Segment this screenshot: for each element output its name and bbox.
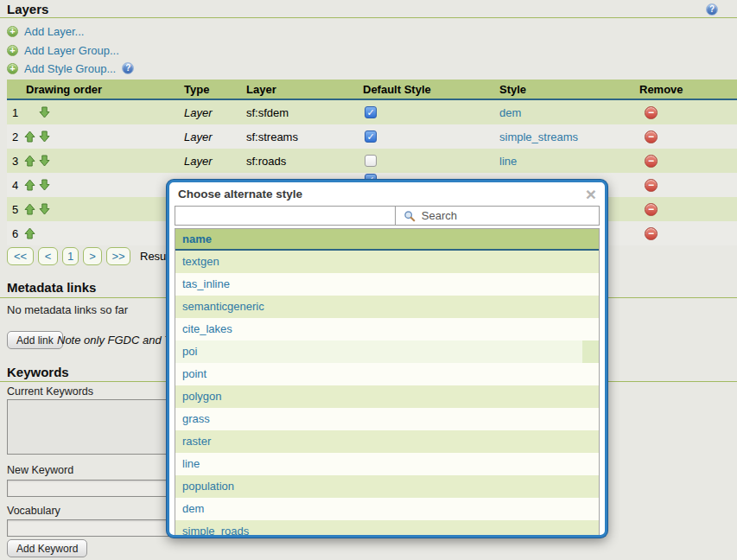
- style-option[interactable]: poi: [175, 340, 599, 363]
- style-option[interactable]: simple_roads: [175, 520, 599, 538]
- add-link-button[interactable]: Add link: [7, 331, 63, 349]
- dialog-title: Choose alternate style: [178, 188, 302, 200]
- add-layer-link[interactable]: Add Layer...: [24, 25, 84, 38]
- style-option[interactable]: line: [175, 453, 599, 475]
- style-option[interactable]: population: [175, 475, 599, 498]
- style-option[interactable]: textgen: [175, 251, 599, 273]
- row-layer: sf:streams: [239, 130, 356, 143]
- col-drawing-order: Drawing order: [7, 83, 177, 96]
- table-row: 1 Layer sf:sfdem ✓ dem −: [7, 100, 737, 124]
- last-page-button[interactable]: >>: [106, 247, 130, 265]
- style-filter-input[interactable]: [175, 207, 396, 225]
- move-down-icon[interactable]: [37, 130, 52, 143]
- close-icon[interactable]: ×: [586, 185, 596, 203]
- remove-icon[interactable]: −: [645, 106, 658, 119]
- col-type: Type: [177, 83, 239, 96]
- default-style-checkbox[interactable]: [365, 155, 377, 167]
- keywords-title: Keywords: [7, 365, 69, 379]
- prev-page-button[interactable]: <: [38, 247, 58, 265]
- plus-icon: +: [7, 26, 18, 37]
- col-remove: Remove: [632, 83, 737, 96]
- style-option[interactable]: polygon: [175, 385, 599, 408]
- row-order: 1: [12, 106, 22, 119]
- remove-icon[interactable]: −: [645, 179, 658, 192]
- layers-table-header: Drawing order Type Layer Default Style S…: [7, 80, 737, 100]
- row-type: Layer: [177, 106, 239, 119]
- move-down-icon[interactable]: [37, 155, 52, 167]
- move-up-icon[interactable]: [22, 227, 37, 239]
- table-row: 2 Layer sf:streams ✓ simple_streams −: [7, 124, 737, 149]
- next-page-button[interactable]: >: [83, 247, 102, 265]
- scrollbar-thumb[interactable]: [582, 340, 599, 363]
- row-type: Layer: [177, 130, 239, 143]
- pagination: << < 1 > >> Results: [7, 247, 177, 265]
- style-list-header: name: [175, 229, 599, 251]
- default-style-checkbox[interactable]: ✓: [365, 130, 377, 143]
- remove-icon[interactable]: −: [645, 203, 658, 216]
- remove-icon[interactable]: −: [645, 155, 658, 168]
- row-order: 2: [12, 130, 22, 143]
- plus-icon: +: [7, 63, 18, 74]
- metadata-note: Note only FGDC and TC: [57, 334, 180, 347]
- default-style-checkbox[interactable]: ✓: [365, 106, 377, 118]
- new-keyword-label: New Keyword: [7, 464, 73, 476]
- add-layer-row: + Add Layer...: [7, 23, 84, 39]
- style-option[interactable]: grass: [175, 408, 599, 430]
- add-style-group-row: + Add Style Group... ?: [7, 60, 134, 76]
- row-layer: sf:sfdem: [239, 106, 356, 119]
- col-layer: Layer: [239, 83, 356, 96]
- row-layer: sf:roads: [239, 155, 356, 168]
- move-up-icon[interactable]: [22, 203, 37, 215]
- current-keywords-label: Current Keywords: [7, 385, 93, 398]
- table-row: 3 Layer sf:roads line −: [7, 149, 737, 173]
- add-layer-group-link[interactable]: Add Layer Group...: [24, 44, 119, 57]
- move-down-icon[interactable]: [37, 203, 52, 215]
- move-up-icon[interactable]: [22, 130, 37, 143]
- style-option[interactable]: dem: [175, 498, 599, 520]
- page-number-button[interactable]: 1: [62, 247, 79, 265]
- col-style: Style: [492, 83, 632, 96]
- help-icon[interactable]: ?: [122, 62, 134, 74]
- move-up-icon[interactable]: [22, 179, 37, 191]
- style-option[interactable]: raster: [175, 430, 599, 453]
- add-style-group-link[interactable]: Add Style Group...: [24, 62, 116, 75]
- row-type: Layer: [177, 155, 239, 168]
- add-keyword-button[interactable]: Add Keyword: [7, 539, 87, 557]
- choose-alternate-style-dialog: Choose alternate style × Search name tex…: [167, 180, 607, 538]
- help-icon[interactable]: ?: [706, 3, 718, 16]
- style-option[interactable]: semanticgeneric: [175, 296, 599, 318]
- remove-icon[interactable]: −: [645, 130, 658, 143]
- header-divider: [0, 17, 737, 18]
- vocabulary-label: Vocabulary: [7, 505, 60, 517]
- style-search-bar: Search: [175, 206, 600, 226]
- style-option[interactable]: cite_lakes: [175, 318, 599, 340]
- row-order: 6: [12, 227, 22, 240]
- move-down-icon[interactable]: [37, 106, 52, 118]
- plus-icon: +: [7, 45, 18, 56]
- style-option[interactable]: tas_inline: [175, 273, 599, 296]
- metadata-empty-text: No metadata links so far: [7, 303, 128, 316]
- style-link[interactable]: line: [499, 155, 517, 168]
- search-icon: [403, 210, 416, 222]
- style-option[interactable]: point: [175, 363, 599, 385]
- page-title: Layers: [7, 2, 48, 16]
- first-page-button[interactable]: <<: [7, 247, 34, 265]
- add-layer-group-row: + Add Layer Group...: [7, 42, 119, 58]
- row-order: 5: [12, 203, 22, 216]
- row-order: 4: [12, 179, 22, 192]
- search-box[interactable]: Search: [396, 207, 599, 225]
- col-default-style: Default Style: [356, 83, 492, 96]
- row-order: 3: [12, 155, 22, 168]
- move-up-icon[interactable]: [22, 155, 37, 167]
- search-placeholder-text: Search: [422, 209, 457, 222]
- style-link[interactable]: simple_streams: [499, 130, 578, 143]
- remove-icon[interactable]: −: [645, 227, 658, 240]
- style-list: name textgen tas_inline semanticgeneric …: [175, 228, 600, 538]
- move-down-icon[interactable]: [37, 179, 52, 191]
- style-link[interactable]: dem: [499, 106, 521, 119]
- metadata-links-title: Metadata links: [7, 280, 96, 295]
